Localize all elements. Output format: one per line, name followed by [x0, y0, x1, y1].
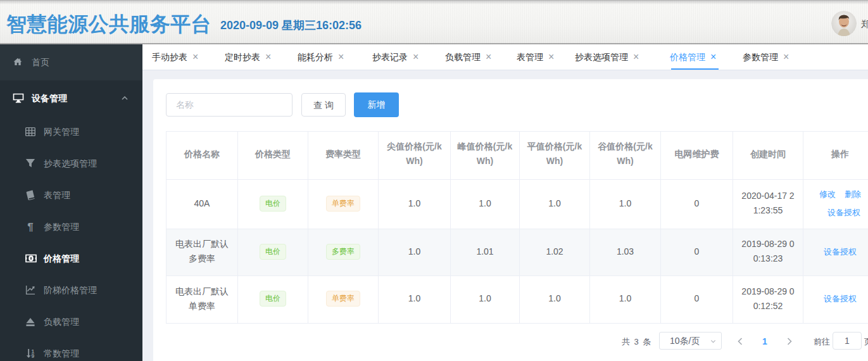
svg-text:9: 9 — [31, 353, 34, 358]
